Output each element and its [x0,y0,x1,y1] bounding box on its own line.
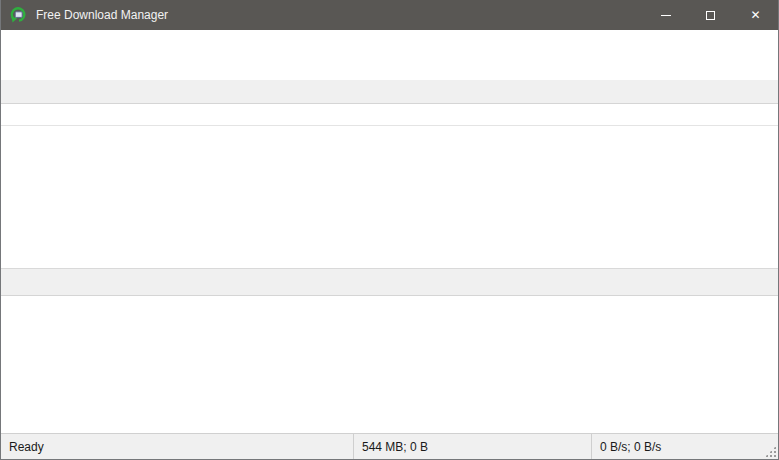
window-title: Free Download Manager [36,8,168,22]
app-logo-icon [10,7,27,24]
title-bar: Free Download Manager [1,0,778,30]
minimize-button[interactable] [643,0,688,30]
bottom-panel [1,272,778,433]
status-bar: Ready 544 MB; 0 B 0 B/s; 0 B/s [1,433,778,459]
close-button[interactable] [733,0,778,30]
close-icon [750,8,760,22]
main-tab-strip [1,80,778,104]
status-ready: Ready [1,434,353,459]
log-table-header [1,296,778,321]
maximize-icon [706,11,715,20]
maximize-button[interactable] [688,0,733,30]
toolbar [1,52,778,78]
app-window: Free Download Manager Ready 544 MB; 0 B … [0,0,779,460]
status-size-info: 544 MB; 0 B [353,434,591,459]
bottom-tab-strip [1,272,778,296]
minimize-icon [661,15,671,16]
status-speed-info: 0 B/s; 0 B/s [591,434,778,459]
downloads-table [1,104,778,269]
downloads-table-header [1,104,778,126]
window-controls [643,0,778,30]
menu-bar [1,30,778,52]
log-table-body [1,321,778,433]
